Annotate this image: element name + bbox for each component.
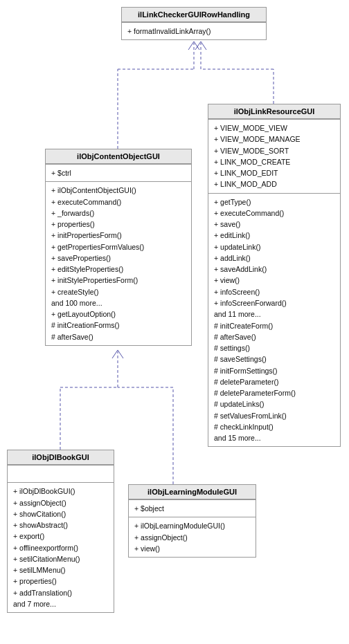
box-section-lmmethods: + ilObjLearningModuleGUI() + assignObjec… <box>129 517 256 557</box>
method-and11more: and 11 more... <box>214 309 334 320</box>
box-title-ilObjLinkResourceGUI: ilObjLinkResourceGUI <box>208 104 340 119</box>
const-link-mod-edit: + LINK_MOD_EDIT <box>214 167 334 178</box>
method-createStyle: + createStyle() <box>51 286 186 297</box>
method-assignObject1: + assignObject() <box>13 497 108 508</box>
prop-ctrl: + $ctrl <box>51 167 186 178</box>
method-addTranslation: + addTranslation() <box>13 587 108 598</box>
method-forwards: + _forwards() <box>51 208 186 219</box>
const-link-mod-create: + LINK_MOD_CREATE <box>214 156 334 167</box>
method-getPropertiesFormValues: + getPropertiesFormValues() <box>51 241 186 252</box>
const-view-mode-sort: + VIEW_MODE_SORT <box>214 145 334 156</box>
method-showAbstract: + showAbstract() <box>13 519 108 531</box>
method-checkLinkInput: # checkLinkInput() <box>214 421 334 432</box>
method-setilCitationMenu: + setilCitationMenu() <box>13 553 108 564</box>
method-ilObjDlBookGUI: + ilObjDlBookGUI() <box>13 486 108 497</box>
box-ilObjLinkResourceGUI: ilObjLinkResourceGUI + VIEW_MODE_VIEW + … <box>208 104 341 447</box>
box-title-ilObjDlBookGUI: ilObjDlBookGUI <box>8 450 114 465</box>
method-properties: + properties() <box>51 219 186 230</box>
method-initStylePropertiesForm: + initStylePropertiesForm() <box>51 275 186 286</box>
method-settings: # settings() <box>214 342 334 353</box>
method-updateLinks: # updateLinks() <box>214 398 334 410</box>
method-editStyleProperties: + editStyleProperties() <box>51 264 186 275</box>
const-link-mod-add: + LINK_MOD_ADD <box>214 178 334 190</box>
method-afterSave2: # afterSave() <box>51 331 186 342</box>
box-ilObjContentObjectGUI: ilObjContentObjectGUI + $ctrl + ilObjCon… <box>45 149 192 346</box>
method-initCreateForm: # initCreateForm() <box>214 320 334 331</box>
method-view: + view() <box>214 275 334 286</box>
method-saveProperties: + saveProperties() <box>51 252 186 264</box>
method-getType: + getType() <box>214 196 334 208</box>
method-formatInvalidLinkArray: + formatInvalidLinkArray() <box>127 26 260 37</box>
method-updateLink: + updateLink() <box>214 241 334 252</box>
const-view-mode-view: + VIEW_MODE_VIEW <box>214 122 334 134</box>
prop-object: + $object <box>134 503 250 514</box>
method-offlineexportform: + offlineexportform() <box>13 542 108 553</box>
method-saveSettings: # saveSettings() <box>214 353 334 365</box>
method-editLink: + editLink() <box>214 230 334 241</box>
box-section-dlbookmethods: + ilObjDlBookGUI() + assignObject() + sh… <box>8 482 114 612</box>
method-ilObjContentObjectGUI: + ilObjContentObjectGUI() <box>51 185 186 196</box>
box-section-object: + $object <box>129 499 256 517</box>
box-section-empty <box>8 465 114 482</box>
method-deleteParameterForm: # deleteParameterForm() <box>214 387 334 398</box>
method-export: + export() <box>13 531 108 542</box>
method-saveAddLink: + saveAddLink() <box>214 264 334 275</box>
method-initPropertiesForm: + initPropertiesForm() <box>51 230 186 241</box>
method-ilObjLearningModuleGUI: + ilObjLearningModuleGUI() <box>134 520 250 531</box>
box-title-ilObjContentObjectGUI: ilObjContentObjectGUI <box>46 149 191 164</box>
method-initFormSettings: # initFormSettings() <box>214 365 334 376</box>
method-infoScreen: + infoScreen() <box>214 286 334 297</box>
box-ilObjDlBookGUI: ilObjDlBookGUI + ilObjDlBookGUI() + assi… <box>7 450 114 613</box>
const-view-mode-manage: + VIEW_MODE_MANAGE <box>214 134 334 145</box>
box-ilLinkCheckerGUIRowHandling: ilLinkCheckerGUIRowHandling + formatInva… <box>121 7 267 40</box>
empty-line <box>13 468 108 479</box>
box-section-constants: + VIEW_MODE_VIEW + VIEW_MODE_MANAGE + VI… <box>208 119 340 193</box>
method-and100more: and 100 more... <box>51 297 186 309</box>
method-and15more: and 15 more... <box>214 432 334 443</box>
method-showCitation: + showCitation() <box>13 508 108 519</box>
method-addLink: + addLink() <box>214 252 334 264</box>
method-setValuesFromLink: # setValuesFromLink() <box>214 410 334 421</box>
method-save: + save() <box>214 219 334 230</box>
method-executeCommand2: + executeCommand() <box>51 196 186 208</box>
method-initCreationForms: # initCreationForms() <box>51 320 186 331</box>
box-section-ctrl: + $ctrl <box>46 164 191 181</box>
method-getLayoutOption: + getLayoutOption() <box>51 309 186 320</box>
method-deleteParameter: # deleteParameter() <box>214 376 334 387</box>
method-assignObject2: + assignObject() <box>134 532 250 543</box>
method-afterSave: # afterSave() <box>214 331 334 342</box>
method-and7more: and 7 more... <box>13 598 108 609</box>
method-executeCommand: + executeCommand() <box>214 208 334 219</box>
method-properties2: + properties() <box>13 576 108 587</box>
box-ilObjLearningModuleGUI: ilObjLearningModuleGUI + $object + ilObj… <box>128 484 256 558</box>
box-title-ilObjLearningModuleGUI: ilObjLearningModuleGUI <box>129 485 256 499</box>
method-infoScreenForward: + infoScreenForward() <box>214 297 334 309</box>
box-section-methods2: + ilObjContentObjectGUI() + executeComma… <box>46 181 191 345</box>
diagram-container: ilLinkCheckerGUIRowHandling + formatInva… <box>0 0 349 644</box>
box-section-methods: + getType() + executeCommand() + save() … <box>208 193 340 447</box>
box-section: + formatInvalidLinkArray() <box>122 22 266 39</box>
method-setilLMMenu: + setilLMMenu() <box>13 564 108 576</box>
box-title-ilLinkCheckerGUIRowHandling: ilLinkCheckerGUIRowHandling <box>122 8 266 22</box>
method-view2: + view() <box>134 543 250 554</box>
